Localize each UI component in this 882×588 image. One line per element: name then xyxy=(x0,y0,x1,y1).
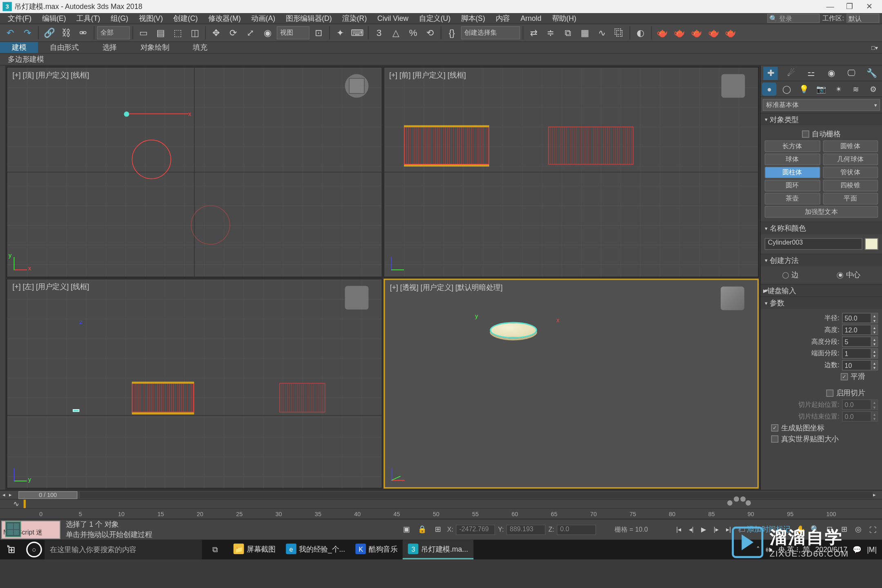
tray-volume-icon[interactable]: 🕪 xyxy=(765,546,773,553)
cameras-subtab[interactable]: 📷 xyxy=(814,82,829,96)
viewport-front[interactable]: [+] [前] [用户定义] [线框] xyxy=(383,67,759,277)
notifications-icon[interactable]: 💬 xyxy=(853,545,862,554)
next-key-button[interactable]: |▸ xyxy=(710,523,722,535)
viewport-label[interactable]: [+] [前] [用户定义] [线框] xyxy=(389,70,466,80)
geosphere-button[interactable]: 几何球体 xyxy=(823,154,878,165)
ref-coord-dropdown[interactable]: 视图 xyxy=(277,26,310,39)
window-crossing-button[interactable]: ◫ xyxy=(187,25,203,41)
render-frame-button[interactable]: 🫖 xyxy=(671,25,687,41)
zoom-button[interactable]: 🔍 xyxy=(808,523,822,536)
modify-tab[interactable]: ☄ xyxy=(784,67,798,80)
snap-button[interactable]: 3 xyxy=(371,25,387,41)
schematic-button[interactable]: ⿻ xyxy=(611,25,627,41)
workspace-dropdown[interactable]: 默认 xyxy=(846,14,879,23)
menu-view[interactable]: 视图(V) xyxy=(134,13,168,23)
teapot-button[interactable]: 茶壶 xyxy=(765,193,820,205)
menu-script[interactable]: 脚本(S) xyxy=(456,13,490,23)
object-color-swatch[interactable] xyxy=(865,238,878,250)
height-spinner[interactable]: 12.0▴▾ xyxy=(842,325,878,335)
autogrid-checkbox[interactable] xyxy=(802,131,809,138)
genuv-checkbox[interactable]: ✓ xyxy=(771,424,779,432)
undo-button[interactable]: ↶ xyxy=(2,25,18,41)
center-radio[interactable] xyxy=(837,272,843,278)
time-handle[interactable]: 0 / 100 xyxy=(18,491,78,499)
render-setup-button[interactable]: 🫖 xyxy=(655,25,670,41)
taskbar-app[interactable]: e 我的经验_个... xyxy=(281,540,350,559)
tray-chevron-icon[interactable]: ˄ xyxy=(756,545,760,554)
keyboard-shortcut-button[interactable]: ⌨ xyxy=(350,25,365,41)
selection-filter[interactable]: 全部 xyxy=(97,26,130,39)
utilities-tab[interactable]: 🔧 xyxy=(865,67,879,80)
viewport-label[interactable]: [+] [左] [用户定义] [线框] xyxy=(13,282,89,292)
render-button[interactable]: 🫖 xyxy=(688,25,704,41)
menu-civil[interactable]: Civil View xyxy=(372,14,414,22)
link-button[interactable]: 🔗 xyxy=(41,25,57,41)
signin-search[interactable]: 🔍 登录 xyxy=(767,14,820,23)
time-track[interactable] xyxy=(80,492,873,498)
play-button[interactable]: ▶ xyxy=(698,523,710,535)
next-frame-button[interactable]: ▸ xyxy=(9,492,16,498)
cylinder-button[interactable]: 圆柱体 xyxy=(765,167,820,178)
angle-snap-button[interactable]: △ xyxy=(388,25,404,41)
redo-button[interactable]: ↷ xyxy=(20,25,36,41)
cap-seg-spinner[interactable]: 1▴▾ xyxy=(842,348,878,359)
spacewarps-subtab[interactable]: ≋ xyxy=(849,82,863,96)
selection-set-dropdown[interactable]: 创建选择集 xyxy=(461,26,520,39)
menu-graph[interactable]: 图形编辑器(D) xyxy=(281,13,337,23)
menu-file[interactable]: 文件(F) xyxy=(2,13,37,23)
fov-button[interactable]: ⊡ xyxy=(823,523,836,536)
edge-radio[interactable] xyxy=(782,272,789,278)
percent-snap-button[interactable]: % xyxy=(405,25,421,41)
taskbar-app[interactable]: 3 吊灯建模.ma... xyxy=(403,540,474,559)
isolate-button[interactable]: ▣ xyxy=(400,523,413,536)
curve-icon[interactable]: ∿ xyxy=(13,500,24,508)
select-rect-button[interactable]: ⬚ xyxy=(170,25,186,41)
menu-create[interactable]: 创建(C) xyxy=(168,13,203,23)
viewport-expand-button[interactable]: ▸ xyxy=(5,542,12,549)
prev-frame-button[interactable]: ◂ xyxy=(2,492,9,498)
hierarchy-tab[interactable]: ⚍ xyxy=(804,67,818,80)
systems-subtab[interactable]: ⚙ xyxy=(866,82,880,96)
menu-edit[interactable]: 编辑(E) xyxy=(37,13,71,23)
viewport-top[interactable]: [+] [顶] [用户定义] [线框] x x y xyxy=(7,67,382,277)
display-tab[interactable]: 🖵 xyxy=(844,67,859,80)
box-button[interactable]: 长方体 xyxy=(765,140,820,152)
shapes-subtab[interactable]: ◯ xyxy=(780,82,794,96)
minimize-button[interactable]: — xyxy=(820,0,840,13)
create-tab[interactable]: ✚ xyxy=(764,67,778,80)
menu-render[interactable]: 渲染(R) xyxy=(337,13,372,23)
curve-editor-button[interactable]: ∿ xyxy=(594,25,610,41)
radius-spinner[interactable]: 50.0▴▾ xyxy=(842,313,878,323)
viewcube[interactable] xyxy=(721,286,744,310)
select-button[interactable]: ▭ xyxy=(136,25,151,41)
material-editor-button[interactable]: ◐ xyxy=(633,25,649,41)
task-view-button[interactable]: ⧉ xyxy=(202,540,228,559)
input-indicator[interactable]: |M| xyxy=(867,546,877,553)
rollout-keyboard[interactable]: ▸ 键盘输入 xyxy=(761,285,882,296)
motion-tab[interactable]: ◉ xyxy=(824,67,839,80)
menu-custom[interactable]: 自定义(U) xyxy=(414,13,456,23)
ribbon-tab-modeling[interactable]: 建模 xyxy=(0,42,38,53)
z-coord[interactable]: 0.0 xyxy=(557,524,596,535)
cone-button[interactable]: 圆锥体 xyxy=(823,140,878,152)
ribbon-tab-populate[interactable]: 填充 xyxy=(181,42,219,53)
x-coord[interactable]: -2472.769 xyxy=(456,524,495,535)
move-button[interactable]: ✥ xyxy=(209,25,225,41)
viewport-label[interactable]: [+] [透视] [用户定义] [默认明暗处理] xyxy=(390,282,503,292)
lights-subtab[interactable]: 💡 xyxy=(797,82,811,96)
menu-group[interactable]: 组(G) xyxy=(105,13,134,23)
system-tray[interactable]: ˄ 🕪 央 英 ⁝, 简 2020/6/17 💬 |M| xyxy=(751,545,882,555)
pivot-button[interactable]: ⊡ xyxy=(311,25,327,41)
slice-checkbox[interactable] xyxy=(826,390,833,397)
rollout-parameters[interactable]: 参数 xyxy=(761,297,882,309)
helpers-subtab[interactable]: ✴ xyxy=(831,82,846,96)
maximize-vp-button[interactable]: ⛶ xyxy=(866,523,879,536)
smooth-checkbox[interactable]: ✓ xyxy=(841,373,848,381)
toggle-ribbon-button[interactable]: ▦ xyxy=(577,25,593,41)
taskbar-search[interactable]: 在这里输入你要搜索的内容 xyxy=(45,540,202,559)
unlink-button[interactable]: ⛓ xyxy=(58,25,74,41)
placement-button[interactable]: ◉ xyxy=(260,25,276,41)
pyramid-button[interactable]: 四棱锥 xyxy=(823,180,878,192)
viewcube[interactable] xyxy=(345,74,368,98)
ribbon-tab-selection[interactable]: 选择 xyxy=(91,42,129,53)
